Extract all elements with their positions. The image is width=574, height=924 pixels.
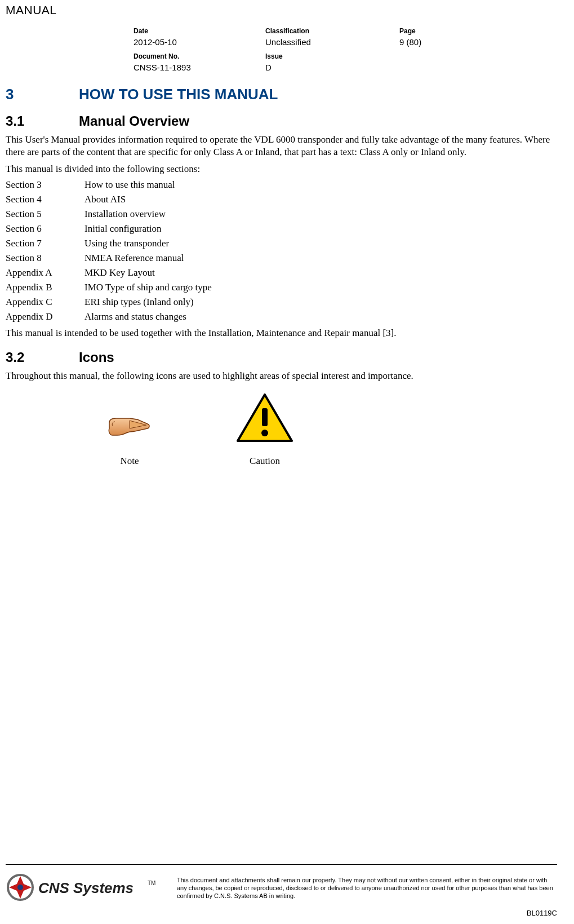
section-3-1-number: 3.1 (6, 113, 79, 129)
toc-desc: Alarms and status changes (84, 311, 557, 322)
classification-label: Classification (263, 23, 397, 36)
toc-row: Appendix CERI ship types (Inland only) (6, 297, 557, 308)
docno-value: CNSS-11-1893 (131, 61, 263, 73)
note-label: Note (96, 456, 163, 467)
overview-paragraph-2: This manual is divided into the followin… (6, 163, 557, 175)
document-header-table: Date Classification Page 2012-05-10 Uncl… (131, 23, 559, 73)
company-logo: CNS Systems TM (6, 872, 163, 905)
toc-desc: MKD Key Layout (84, 267, 557, 278)
toc-sec: Appendix D (6, 311, 84, 322)
footer-disclaimer: This document and attachments shall rema… (177, 877, 557, 900)
toc-desc: Initial configuration (84, 223, 557, 235)
section-3-1-heading: 3.1Manual Overview (6, 113, 557, 129)
section-3-2-number: 3.2 (6, 350, 79, 365)
svg-rect-1 (262, 408, 268, 426)
toc-row: Section 3How to use this manual (6, 179, 557, 191)
toc-desc: How to use this manual (84, 179, 557, 191)
toc-sec: Section 4 (6, 194, 84, 205)
svg-point-5 (17, 885, 23, 890)
toc-desc: Installation overview (84, 209, 557, 220)
toc-sec: Section 3 (6, 179, 84, 191)
section-3-1-title: Manual Overview (79, 113, 189, 129)
toc-desc: About AIS (84, 194, 557, 205)
section-3-2-heading: 3.2Icons (6, 350, 557, 365)
svg-text:TM: TM (148, 880, 155, 886)
toc-sec: Section 5 (6, 209, 84, 220)
toc-row: Section 4About AIS (6, 194, 557, 205)
svg-text:CNS Systems: CNS Systems (38, 879, 134, 896)
caution-icon-cell (231, 394, 299, 445)
icons-paragraph: Throughout this manual, the following ic… (6, 370, 557, 382)
date-label: Date (131, 23, 263, 36)
warning-triangle-icon (237, 394, 293, 443)
overview-paragraph-1: This User's Manual provides information … (6, 134, 557, 158)
toc-row: Section 7Using the transponder (6, 238, 557, 249)
section-3-title: HOW TO USE THIS MANUAL (79, 86, 278, 103)
toc-desc: NMEA Reference manual (84, 253, 557, 264)
date-value: 2012-05-10 (131, 36, 263, 48)
toc-desc: IMO Type of ship and cargo type (84, 282, 557, 293)
section-3-number: 3 (6, 86, 79, 103)
toc-sec: Appendix B (6, 282, 84, 293)
toc-row: Appendix AMKD Key Layout (6, 267, 557, 278)
page-label: Page (397, 23, 559, 36)
svg-point-2 (261, 430, 268, 436)
section-3-2-title: Icons (79, 350, 114, 365)
toc-desc: Using the transponder (84, 238, 557, 249)
note-icon-cell (96, 412, 163, 445)
toc-row: Section 6Initial configuration (6, 223, 557, 235)
footer-code: BL0119C (6, 909, 557, 917)
toc-row: Section 5Installation overview (6, 209, 557, 220)
caution-label: Caution (231, 456, 299, 467)
classification-value: Unclassified (263, 36, 397, 48)
toc-sec: Section 7 (6, 238, 84, 249)
toc-sec: Appendix A (6, 267, 84, 278)
issue-value: D (263, 61, 397, 73)
docno-label: Document No. (131, 48, 263, 61)
toc-desc: ERI ship types (Inland only) (84, 297, 557, 308)
toc-sec: Section 6 (6, 223, 84, 235)
overview-paragraph-3: This manual is intended to be used toget… (6, 327, 557, 339)
page-value: 9 (80) (397, 36, 559, 48)
icons-row (96, 394, 557, 445)
toc-sec: Appendix C (6, 297, 84, 308)
toc-row: Section 8NMEA Reference manual (6, 253, 557, 264)
toc-row: Appendix DAlarms and status changes (6, 311, 557, 322)
footer-divider (6, 864, 557, 865)
toc-sec: Section 8 (6, 253, 84, 264)
issue-label: Issue (263, 48, 397, 61)
toc-row: Appendix BIMO Type of ship and cargo typ… (6, 282, 557, 293)
pointing-hand-icon (107, 412, 152, 443)
icon-labels-row: Note Caution (96, 456, 557, 467)
section-3-heading: 3HOW TO USE THIS MANUAL (6, 86, 557, 103)
page-footer: CNS Systems TM This document and attachm… (6, 864, 557, 917)
sections-toc: Section 3How to use this manual Section … (6, 179, 557, 322)
document-type-header: MANUAL (6, 3, 557, 17)
